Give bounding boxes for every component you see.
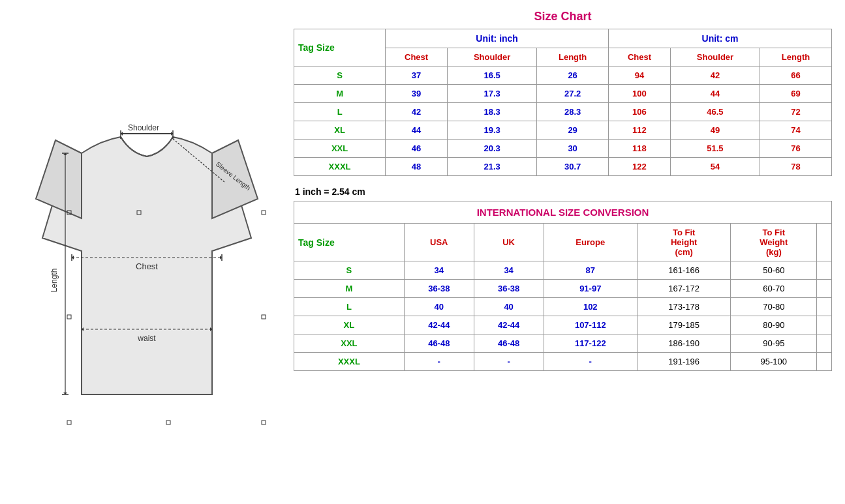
usa-cell: 34 — [404, 261, 474, 280]
chest-cm-header: Chest — [609, 48, 671, 67]
weight-cell: 50-60 — [731, 261, 817, 280]
extra-cell — [817, 353, 832, 371]
list-item: S 34 34 87 161-166 50-60 — [294, 261, 832, 280]
height-cell: 186-190 — [637, 334, 730, 353]
table-row: L 42 18.3 28.3 106 46.5 72 — [294, 103, 832, 121]
size-chart-title: Size Chart — [294, 10, 832, 23]
europe-cell: 87 — [544, 261, 637, 280]
usa-header: USA — [404, 224, 474, 261]
shoulder-inch-header: Shoulder — [447, 48, 536, 67]
tag-cell: M — [294, 85, 386, 103]
height-cell: 179-185 — [637, 316, 730, 334]
length-in-cell: 30.7 — [537, 158, 609, 176]
length-cm-cell: 72 — [760, 103, 832, 121]
tag-cell: S — [294, 67, 386, 85]
conversion-tag-size-header: Tag Size — [294, 224, 405, 261]
europe-cell: 117-122 — [544, 334, 637, 353]
chest-inch-header: Chest — [386, 48, 448, 67]
chest-cm-cell: 106 — [609, 103, 671, 121]
conv-tag-cell: M — [294, 280, 405, 298]
length-in-cell: 30 — [537, 140, 609, 158]
chest-in-cell: 39 — [386, 85, 448, 103]
svg-text:Length: Length — [50, 269, 59, 293]
extra-cell — [817, 298, 832, 316]
length-in-cell: 28.3 — [537, 103, 609, 121]
conv-tag-cell: S — [294, 261, 405, 280]
usa-cell: 42-44 — [404, 316, 474, 334]
europe-cell: 91-97 — [544, 280, 637, 298]
usa-cell: - — [404, 353, 474, 371]
svg-rect-26 — [67, 315, 71, 319]
shoulder-in-cell: 18.3 — [447, 103, 536, 121]
uk-cell: 40 — [474, 298, 544, 316]
shoulder-cm-cell: 49 — [670, 121, 760, 140]
svg-text:Shoulder: Shoulder — [128, 123, 159, 132]
shoulder-cm-cell: 46.5 — [670, 103, 760, 121]
length-in-cell: 26 — [537, 67, 609, 85]
length-inch-header: Length — [537, 48, 609, 67]
inch-note: 1 inch = 2.54 cm — [294, 183, 832, 201]
chest-cm-cell: 118 — [609, 140, 671, 158]
tshirt-diagram-panel: Shoulder Sleeve Length Chest waist — [7, 7, 287, 496]
list-item: L 40 40 102 173-178 70-80 — [294, 298, 832, 316]
conversion-title: INTERNATIONAL SIZE CONVERSION — [294, 201, 832, 223]
tag-cell: XXL — [294, 140, 386, 158]
svg-rect-31 — [166, 421, 170, 424]
chest-cm-cell: 94 — [609, 67, 671, 85]
extra-cell — [817, 261, 832, 280]
extra-cell — [817, 280, 832, 298]
length-cm-cell: 76 — [760, 140, 832, 158]
uk-cell: 34 — [474, 261, 544, 280]
list-item: XXXL - - - 191-196 95-100 — [294, 353, 832, 371]
weight-cell: 70-80 — [731, 298, 817, 316]
shoulder-in-cell: 16.5 — [447, 67, 536, 85]
height-header: To FitHeight(cm) — [637, 224, 730, 261]
weight-cell: 60-70 — [731, 280, 817, 298]
weight-cell: 80-90 — [731, 316, 817, 334]
right-panel: Size Chart Tag Size Unit: inch Unit: cm … — [287, 7, 838, 381]
list-item: XL 42-44 42-44 107-112 179-185 80-90 — [294, 316, 832, 334]
svg-rect-32 — [262, 421, 266, 424]
europe-cell: - — [544, 353, 637, 371]
unit-inch-header: Unit: inch — [386, 29, 609, 48]
shoulder-in-cell: 21.3 — [447, 158, 536, 176]
chest-in-cell: 42 — [386, 103, 448, 121]
weight-cell: 90-95 — [731, 334, 817, 353]
length-cm-cell: 66 — [760, 67, 832, 85]
svg-text:Chest: Chest — [136, 261, 158, 271]
chest-in-cell: 48 — [386, 158, 448, 176]
usa-cell: 46-48 — [404, 334, 474, 353]
size-chart-table: Tag Size Unit: inch Unit: cm Chest Shoul… — [294, 29, 832, 176]
chest-cm-cell: 122 — [609, 158, 671, 176]
shoulder-cm-cell: 54 — [670, 158, 760, 176]
svg-rect-30 — [67, 421, 71, 424]
shoulder-in-cell: 19.3 — [447, 121, 536, 140]
uk-cell: - — [474, 353, 544, 371]
europe-header: Europe — [544, 224, 637, 261]
uk-cell: 46-48 — [474, 334, 544, 353]
list-item: M 36-38 36-38 91-97 167-172 60-70 — [294, 280, 832, 298]
shoulder-cm-cell: 51.5 — [670, 140, 760, 158]
table-row: M 39 17.3 27.2 100 44 69 — [294, 85, 832, 103]
uk-header: UK — [474, 224, 544, 261]
usa-cell: 40 — [404, 298, 474, 316]
length-in-cell: 29 — [537, 121, 609, 140]
shoulder-in-cell: 17.3 — [447, 85, 536, 103]
shoulder-in-cell: 20.3 — [447, 140, 536, 158]
height-cell: 191-196 — [637, 353, 730, 371]
extra-cell — [817, 334, 832, 353]
uk-cell: 42-44 — [474, 316, 544, 334]
chest-in-cell: 46 — [386, 140, 448, 158]
conv-tag-cell: XXXL — [294, 353, 405, 371]
shoulder-cm-header: Shoulder — [670, 48, 760, 67]
weight-cell: 95-100 — [731, 353, 817, 371]
chest-cm-cell: 112 — [609, 121, 671, 140]
extra-cell — [817, 316, 832, 334]
svg-text:waist: waist — [137, 334, 156, 343]
europe-cell: 107-112 — [544, 316, 637, 334]
length-cm-cell: 74 — [760, 121, 832, 140]
weight-header: To FitWeight(kg) — [731, 224, 817, 261]
tag-cell: L — [294, 103, 386, 121]
table-row: S 37 16.5 26 94 42 66 — [294, 67, 832, 85]
chest-in-cell: 44 — [386, 121, 448, 140]
